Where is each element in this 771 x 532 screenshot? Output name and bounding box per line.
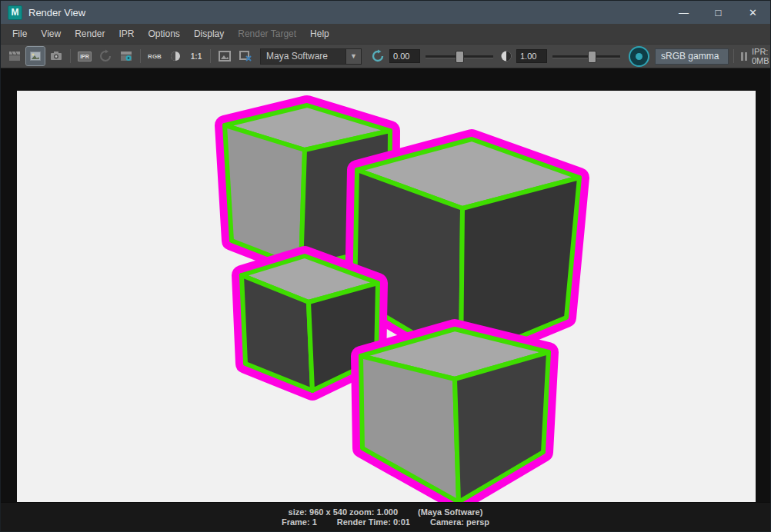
refresh-ipr-icon (98, 49, 112, 63)
gamma-slider-handle[interactable] (588, 51, 596, 63)
exposure-slider-handle[interactable] (456, 51, 464, 63)
toolbar-separator (733, 49, 734, 63)
color-management-toggle-dot (636, 53, 642, 60)
renderer-dropdown[interactable]: Maya Software ▼ (260, 48, 362, 65)
remove-image-button[interactable] (236, 47, 255, 65)
color-transform-value: sRGB gamma (661, 51, 719, 62)
pause-ipr-icon[interactable] (741, 52, 747, 61)
real-size-icon: 1:1 (191, 52, 202, 61)
menu-help[interactable]: Help (303, 24, 336, 44)
rgb-channels-icon: RGB (148, 53, 162, 60)
alpha-channel-button[interactable] (166, 47, 185, 65)
status-size-zoom: size: 960 x 540 zoom: 1.000 (289, 507, 398, 517)
ipr-status-group: IPR: 0MB (731, 47, 771, 65)
renderer-dropdown-value: Maya Software (260, 48, 346, 65)
exposure-slider[interactable] (426, 48, 493, 64)
status-camera: Camera: persp (430, 517, 489, 527)
menu-display[interactable]: Display (187, 24, 231, 44)
ipr-render-button[interactable]: IPR (75, 47, 94, 65)
remove-image-icon (239, 49, 252, 63)
render-canvas (1, 68, 770, 502)
snapshot-button[interactable] (47, 47, 65, 65)
status-frame: Frame: 1 (282, 517, 317, 527)
contrast-icon (499, 49, 513, 63)
status-renderer: (Maya Software) (418, 507, 482, 517)
render-view-window: M Render View — □ ✕ File View Render IPR… (0, 0, 771, 532)
ipr-memory-label: IPR: 0MB (752, 47, 771, 65)
alpha-channel-icon (169, 49, 182, 63)
refresh-cycle-icon (371, 49, 385, 63)
color-transform-dropdown[interactable]: sRGB gamma (655, 48, 729, 65)
refresh-color-button[interactable] (369, 47, 387, 65)
maya-app-icon: M (8, 5, 22, 20)
refresh-ipr-button[interactable] (96, 47, 115, 65)
minimize-button[interactable]: — (666, 1, 701, 24)
render-view-toolbar: IPR RGB 1:1 (1, 45, 770, 68)
status-render-time: Render Time: 0:01 (337, 517, 410, 527)
menu-bar: File View Render IPR Options Display Ren… (1, 24, 770, 45)
clapboard-icon (8, 49, 22, 63)
menu-view[interactable]: View (34, 24, 68, 44)
render-settings-icon (119, 49, 133, 63)
keep-image-icon (218, 49, 232, 63)
menu-options[interactable]: Options (142, 24, 187, 44)
keep-image-button[interactable] (215, 47, 234, 65)
camera-icon (49, 49, 63, 63)
gamma-slider-track (552, 55, 620, 58)
close-button[interactable]: ✕ (736, 1, 770, 24)
render-settings-button[interactable] (117, 47, 135, 65)
status-bar: size: 960 x 540 zoom: 1.000 (Maya Softwa… (1, 502, 770, 531)
window-title: Render View (28, 7, 85, 18)
render-frame-icon (28, 49, 42, 63)
redo-previous-render-button[interactable] (5, 47, 24, 65)
rendered-image[interactable] (17, 91, 756, 502)
menu-render[interactable]: Render (68, 24, 112, 44)
rgb-channels-button[interactable]: RGB (145, 47, 164, 65)
toolbar-separator (210, 49, 211, 63)
menu-file[interactable]: File (5, 24, 34, 44)
color-management-toggle[interactable] (629, 46, 649, 67)
status-row-2: Frame: 1 Render Time: 0:01 Camera: persp (1, 517, 770, 527)
status-row-1: size: 960 x 540 zoom: 1.000 (Maya Softwa… (1, 507, 770, 517)
gamma-slider[interactable] (552, 48, 620, 64)
gamma-field[interactable] (516, 49, 547, 63)
contrast-button[interactable] (499, 47, 514, 65)
toolbar-separator (140, 49, 141, 63)
menu-render-target: Render Target (231, 24, 303, 44)
toolbar-separator (70, 49, 71, 63)
chevron-down-icon[interactable]: ▼ (346, 48, 362, 65)
render-current-frame-button[interactable] (26, 47, 45, 65)
ipr-render-icon: IPR (78, 52, 92, 62)
menu-ipr[interactable]: IPR (112, 24, 142, 44)
maximize-button[interactable]: □ (701, 1, 736, 24)
title-bar: M Render View — □ ✕ (1, 1, 770, 24)
window-controls: — □ ✕ (666, 1, 770, 24)
exposure-field[interactable] (389, 49, 420, 63)
real-size-button[interactable]: 1:1 (187, 47, 205, 65)
